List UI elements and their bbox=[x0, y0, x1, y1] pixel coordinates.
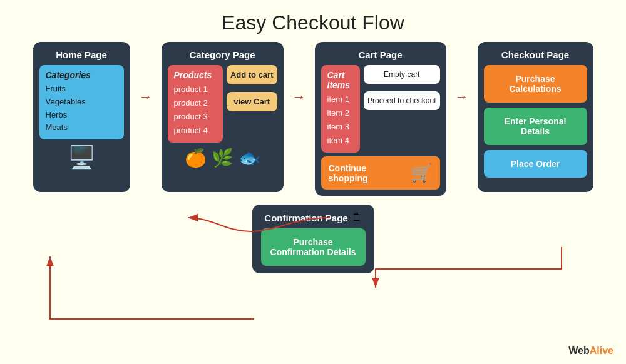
empty-cart-button[interactable]: Empty cart bbox=[364, 65, 439, 84]
home-page-title: Home Page bbox=[39, 49, 124, 60]
cart-items-list: item 1item 2item 3item 4 bbox=[327, 93, 354, 148]
add-to-cart-button[interactable]: Add to cart bbox=[227, 65, 277, 84]
cart-page-card: Cart Page Cart Items item 1item 2item 3i… bbox=[315, 42, 446, 196]
confirmation-title-row: Confirmation Page 🗒 bbox=[261, 212, 366, 223]
cart-items-box: Cart Items item 1item 2item 3item 4 bbox=[321, 65, 361, 153]
confirmation-icon: 🗒 bbox=[352, 212, 362, 223]
categories-title: Categories bbox=[46, 70, 118, 80]
products-title: Products bbox=[174, 70, 217, 80]
confirmation-section: Confirmation Page 🗒 Purchase Confirmatio… bbox=[0, 205, 626, 273]
confirmation-page-card: Confirmation Page 🗒 Purchase Confirmatio… bbox=[252, 205, 374, 273]
cart-items-title: Cart Items bbox=[327, 70, 354, 90]
confirmation-page-title: Confirmation Page bbox=[264, 213, 347, 223]
view-cart-button[interactable]: view Cart bbox=[227, 92, 277, 111]
herb-icon: 🌿 bbox=[212, 148, 233, 168]
computer-icon: 🖥️ bbox=[39, 144, 124, 171]
products-section: Products product 1product 2product 3prod… bbox=[168, 65, 277, 143]
continue-shopping-button[interactable]: Continue shopping 🛒 bbox=[321, 156, 440, 190]
arrow-category-to-cart: → bbox=[290, 42, 309, 105]
page-title: Easy Checkout Flow bbox=[0, 0, 626, 42]
confirmation-details-button[interactable]: Purchase Confirmation Details bbox=[261, 228, 366, 266]
arrow-cart-to-checkout: → bbox=[453, 42, 471, 105]
shopping-cart-icon: 🛒 bbox=[411, 163, 433, 183]
fruit-icon: 🍊 bbox=[185, 148, 207, 168]
products-list: product 1product 2product 3product 4 bbox=[174, 83, 217, 138]
cart-page-title: Cart Page bbox=[321, 49, 440, 60]
personal-details-button[interactable]: Enter Personal Details bbox=[484, 108, 587, 145]
category-page-card: Category Page Products product 1product … bbox=[162, 42, 284, 192]
purchase-calculations-button[interactable]: Purchase Calculations bbox=[484, 65, 587, 103]
home-page-card: Home Page Categories FruitsVegetablesHer… bbox=[33, 42, 130, 192]
brand-web: Web bbox=[568, 345, 589, 356]
proceed-to-checkout-button[interactable]: Proceed to checkout bbox=[364, 91, 439, 110]
continue-shopping-label: Continue shopping bbox=[329, 163, 406, 183]
webalive-brand: WebAlive bbox=[568, 345, 613, 356]
fish-icon: 🐟 bbox=[239, 148, 260, 168]
checkout-page-card: Checkout Page Purchase Calculations Ente… bbox=[478, 42, 593, 192]
checkout-page-title: Checkout Page bbox=[484, 49, 587, 60]
category-btn-stack: Add to cart view Cart bbox=[227, 65, 277, 143]
categories-list: FruitsVegetablesHerbsMeats bbox=[46, 83, 118, 134]
products-box: Products product 1product 2product 3prod… bbox=[168, 65, 223, 143]
cart-btn-stack: Empty cart Proceed to checkout bbox=[364, 65, 439, 153]
categories-box: Categories FruitsVegetablesHerbsMeats bbox=[39, 65, 124, 139]
category-emoji-row: 🍊 🌿 🐟 bbox=[168, 148, 277, 168]
flow-container: Home Page Categories FruitsVegetablesHer… bbox=[0, 42, 626, 196]
place-order-button[interactable]: Place Order bbox=[484, 150, 587, 178]
category-page-title: Category Page bbox=[168, 49, 277, 60]
cart-items-section: Cart Items item 1item 2item 3item 4 Empt… bbox=[321, 65, 440, 153]
brand-alive: Alive bbox=[590, 345, 613, 356]
arrow-home-to-category: → bbox=[136, 42, 155, 105]
